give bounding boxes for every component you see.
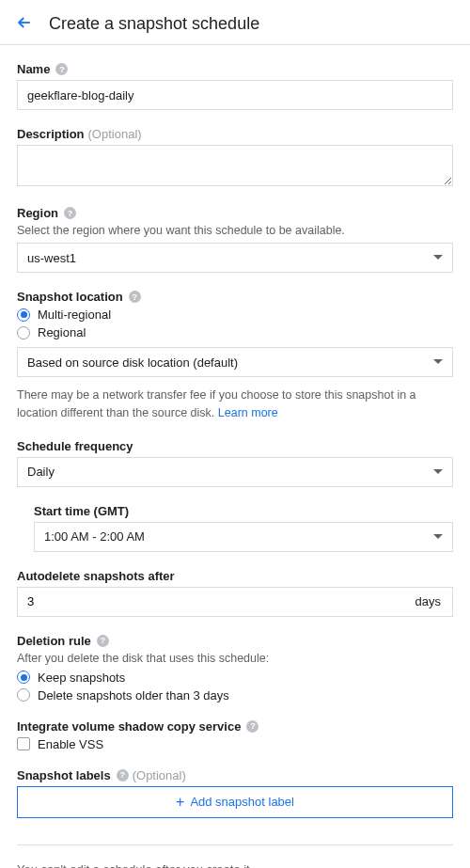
footnote-text: You can't edit a schedule after you crea… [17,862,453,869]
schedule-frequency-select[interactable]: Daily [17,457,453,487]
description-textarea[interactable] [17,145,453,186]
page-header: Create a snapshot schedule [0,0,470,45]
autodelete-input-row: days [17,587,453,617]
deletion-rule-hint: After you delete the disk that uses this… [17,652,453,665]
vss-label: Integrate volume shadow copy service [17,719,241,734]
radio-label-keep: Keep snapshots [38,671,125,685]
region-label: Region [17,206,58,220]
optional-text: (Optional) [88,127,142,141]
learn-more-link[interactable]: Learn more [218,406,278,419]
help-icon[interactable]: ? [246,720,258,733]
snapshot-labels-group: Snapshot labels ? (Optional) + Add snaps… [17,768,453,818]
radio-icon [17,688,30,702]
region-hint: Select the region where you want this sc… [17,224,453,237]
radio-label-multi: Multi-regional [38,308,111,322]
radio-multi-regional[interactable]: Multi-regional [17,308,453,322]
name-label: Name [17,62,50,76]
region-select-value: us-west1 [27,251,76,265]
divider [17,844,453,845]
checkbox-icon [17,737,30,750]
snapshot-location-group: Snapshot location ? Multi-regional Regio… [17,290,453,377]
snapshot-location-label: Snapshot location [17,290,123,304]
caret-down-icon [433,359,443,365]
radio-regional[interactable]: Regional [17,325,453,339]
vss-group: Integrate volume shadow copy service ? E… [17,719,453,751]
radio-label-regional: Regional [38,325,86,339]
help-icon[interactable]: ? [55,63,68,75]
radio-label-delete-older: Delete snapshots older than 3 days [38,688,229,702]
optional-text: (Optional) [133,768,186,782]
autodelete-group: Autodelete snapshots after days [17,569,453,617]
description-field-group: Description (Optional) [17,127,453,189]
radio-delete-older[interactable]: Delete snapshots older than 3 days [17,688,453,702]
help-icon[interactable]: ? [97,635,109,647]
schedule-frequency-label: Schedule frequency [17,439,133,453]
caret-down-icon [433,534,443,540]
location-select[interactable]: Based on source disk location (default) [17,347,453,377]
start-time-select[interactable]: 1:00 AM - 2:00 AM [34,522,453,552]
caret-down-icon [433,469,443,475]
add-label-text: Add snapshot label [190,795,294,809]
radio-keep-snapshots[interactable]: Keep snapshots [17,671,453,685]
back-arrow-icon[interactable] [15,13,34,35]
vss-checkbox-row[interactable]: Enable VSS [17,737,453,751]
snapshot-labels-label: Snapshot labels [17,768,111,782]
autodelete-label: Autodelete snapshots after [17,569,175,583]
autodelete-input[interactable] [18,588,415,615]
schedule-frequency-group: Schedule frequency Daily [17,439,453,487]
caret-down-icon [433,255,443,260]
page-title: Create a snapshot schedule [49,14,259,34]
location-select-value: Based on source disk location (default) [27,355,238,370]
vss-checkbox-label: Enable VSS [38,737,103,751]
add-snapshot-label-button[interactable]: + Add snapshot label [17,786,453,818]
radio-icon [17,326,30,339]
radio-icon [17,308,30,322]
plus-icon: + [176,795,184,810]
radio-icon [17,671,30,684]
deletion-rule-group: Deletion rule ? After you delete the dis… [17,634,453,702]
autodelete-unit: days [415,594,452,608]
name-input[interactable] [17,80,453,110]
help-icon[interactable]: ? [129,291,141,303]
form-content: Name ? Description (Optional) Region ? S… [0,45,470,868]
schedule-frequency-value: Daily [27,465,55,479]
description-label: Description [17,127,85,141]
start-time-value: 1:00 AM - 2:00 AM [44,529,145,544]
help-icon[interactable]: ? [64,207,76,219]
transfer-fee-hint: There may be a network transfer fee if y… [17,387,453,422]
name-field-group: Name ? [17,62,453,110]
help-icon[interactable]: ? [117,769,129,781]
region-field-group: Region ? Select the region where you wan… [17,206,453,273]
deletion-rule-label: Deletion rule [17,634,91,648]
start-time-label: Start time (GMT) [34,504,129,518]
region-select[interactable]: us-west1 [17,243,453,273]
start-time-group: Start time (GMT) 1:00 AM - 2:00 AM [34,504,453,552]
